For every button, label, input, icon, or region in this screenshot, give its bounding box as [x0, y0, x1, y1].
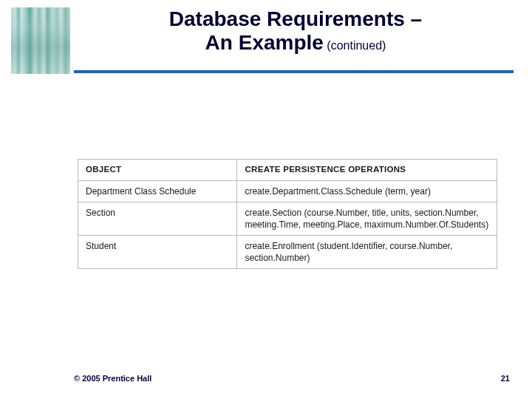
page-number: 21	[501, 374, 510, 383]
table-row: Section create.Section (course.Number, t…	[78, 202, 497, 235]
sidebar-decorative-image	[11, 7, 70, 74]
slide-title: Database Requirements – An Example (cont…	[81, 7, 510, 55]
cell-object: Student	[78, 236, 237, 269]
title-underline	[74, 70, 514, 73]
table-row: Student create.Enrollment (student.Ident…	[78, 236, 497, 269]
copyright-text: © 2005 Prentice Hall	[74, 374, 151, 383]
cell-object: Department Class Schedule	[78, 180, 237, 202]
cell-operations: create.Section (course.Number, title, un…	[237, 202, 497, 235]
header-operations: CREATE PERSISTENCE OPERATIONS	[237, 160, 497, 181]
title-line-1: Database Requirements –	[81, 7, 510, 31]
header-object: OBJECT	[78, 160, 237, 181]
table-row: Department Class Schedule create.Departm…	[78, 180, 497, 202]
cell-operations: create.Enrollment (student.Identifier, c…	[237, 236, 497, 269]
cell-operations: create.Department.Class.Schedule (term, …	[237, 180, 497, 202]
title-line-2-sub: (continued)	[327, 39, 386, 52]
title-line-2-main: An Example	[205, 31, 324, 54]
slide-footer: © 2005 Prentice Hall 21	[0, 374, 532, 383]
table-header-row: OBJECT CREATE PERSISTENCE OPERATIONS	[78, 160, 497, 181]
cell-object: Section	[78, 202, 237, 235]
operations-table: OBJECT CREATE PERSISTENCE OPERATIONS Dep…	[78, 159, 497, 269]
